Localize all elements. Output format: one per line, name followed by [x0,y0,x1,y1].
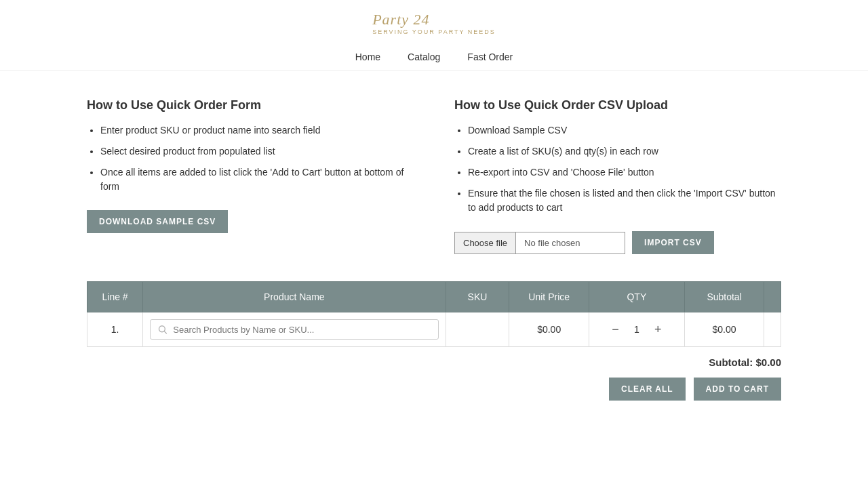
import-csv-button[interactable]: IMPORT CSV [632,231,714,254]
nav-catalog[interactable]: Catalog [408,52,440,62]
order-table: Line # Product Name SKU Unit Price QTY S… [87,281,781,347]
logo: Party 24 SERVING YOUR PARTY NEEDS [372,11,496,35]
col-header-sku: SKU [446,282,509,312]
qty-decrease-button[interactable]: − [609,322,622,337]
col-header-subtotal: Subtotal [684,282,764,312]
row-subtotal: $0.00 [684,312,764,347]
no-file-chosen-text: No file chosen [516,232,625,253]
right-section-steps: Download Sample CSV Create a list of SKU… [454,123,781,215]
col-header-line: Line # [87,282,143,312]
row-line-number: 1. [87,312,143,347]
row-product-cell [143,312,446,347]
product-search-input[interactable] [173,325,431,335]
instructions-row: How to Use Quick Order Form Enter produc… [87,98,781,254]
col-header-product: Product Name [143,282,446,312]
nav-home[interactable]: Home [355,52,380,62]
logo-subtitle: SERVING YOUR PARTY NEEDS [372,28,496,35]
main-nav: Home Catalog Fast Order [355,43,513,70]
table-row: 1. $0.00 − 1 + [87,312,781,347]
choose-file-button[interactable]: Choose file [455,232,516,253]
qty-increase-button[interactable]: + [652,322,665,337]
subtotal-row: Subtotal: $0.00 [87,347,781,378]
row-sku [446,312,509,347]
file-input-wrapper: Choose file No file chosen [454,232,625,254]
left-step-2: Select desired product from populated li… [100,144,414,159]
row-extra [764,312,781,347]
svg-line-1 [165,331,167,333]
left-step-1: Enter product SKU or product name into s… [100,123,414,138]
left-section-title: How to Use Quick Order Form [87,98,414,113]
qty-value: 1 [630,324,644,335]
search-icon [157,324,167,335]
clear-all-button[interactable]: CLEAR ALL [609,378,686,401]
header: Party 24 SERVING YOUR PARTY NEEDS Home C… [0,0,868,71]
row-unit-price: $0.00 [509,312,589,347]
svg-point-0 [159,326,165,332]
qty-control: − 1 + [596,322,677,337]
product-search-wrapper [150,319,438,340]
left-section-steps: Enter product SKU or product name into s… [87,123,414,194]
subtotal-value: $0.00 [755,357,781,368]
add-to-cart-button[interactable]: ADD TO CART [694,378,781,401]
right-step-4: Ensure that the file chosen is listed an… [468,186,781,215]
col-header-unit-price: Unit Price [509,282,589,312]
quick-order-form-instructions: How to Use Quick Order Form Enter produc… [87,98,414,254]
row-qty-cell: − 1 + [589,312,684,347]
left-step-3: Once all items are added to list click t… [100,165,414,194]
csv-upload-row: Choose file No file chosen IMPORT CSV [454,231,781,254]
right-step-1: Download Sample CSV [468,123,781,138]
download-sample-csv-button[interactable]: DOWNLOAD SAMPLE CSV [87,210,228,233]
right-step-2: Create a list of SKU(s) and qty(s) in ea… [468,144,781,159]
logo-text: Party 24 [372,11,496,28]
csv-upload-instructions: How to Use Quick Order CSV Upload Downlo… [454,98,781,254]
col-header-extra [764,282,781,312]
main-content: How to Use Quick Order Form Enter produc… [0,71,868,441]
table-header-row: Line # Product Name SKU Unit Price QTY S… [87,282,781,312]
col-header-qty: QTY [589,282,684,312]
subtotal-label: Subtotal: [709,357,753,368]
right-section-title: How to Use Quick Order CSV Upload [454,98,781,113]
right-step-3: Re-export into CSV and 'Choose File' but… [468,165,781,180]
nav-fast-order[interactable]: Fast Order [467,52,513,62]
action-row: CLEAR ALL ADD TO CART [87,378,781,414]
